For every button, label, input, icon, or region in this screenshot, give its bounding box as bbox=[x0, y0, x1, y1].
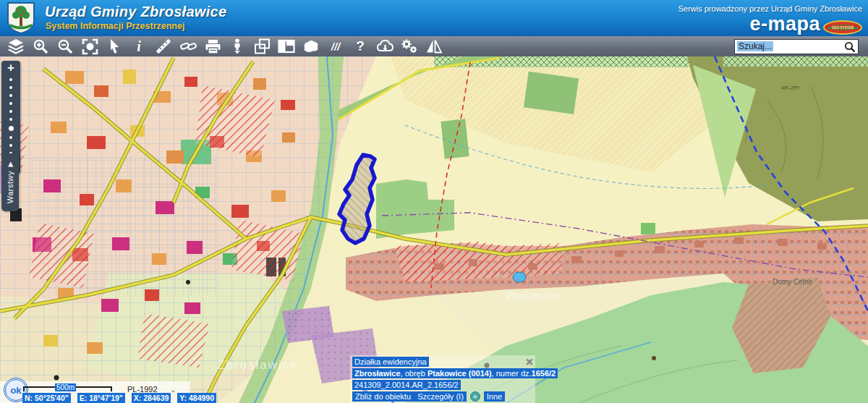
toolbar-button-settings[interactable] bbox=[397, 37, 422, 56]
pointer-icon bbox=[107, 38, 122, 54]
copy-frames-icon bbox=[254, 38, 271, 54]
toolbar-button-compare[interactable] bbox=[422, 37, 446, 56]
cloud-download-icon bbox=[376, 39, 394, 54]
link-icon bbox=[180, 39, 197, 54]
toolbar-button-zoom-out[interactable] bbox=[53, 37, 77, 56]
toolbar-button-layers[interactable] bbox=[4, 37, 28, 56]
plus-circle-icon[interactable]: + bbox=[470, 391, 480, 402]
compare-icon bbox=[425, 39, 443, 54]
page-title: Urząd Gminy Zbrosławice bbox=[45, 4, 226, 20]
zoom-in-icon bbox=[33, 38, 49, 55]
map-label-domy-celne: Domy Celne bbox=[773, 278, 812, 286]
details-link[interactable]: Szczegóły (I) bbox=[417, 392, 464, 401]
parcel-description: Zbrosławice, obręb Ptakowice (0014), num… bbox=[352, 368, 558, 378]
toolbar-button-help[interactable]: ? bbox=[348, 37, 373, 56]
info-icon: i bbox=[137, 38, 141, 55]
search-icon[interactable] bbox=[844, 41, 856, 53]
coord-x: X: 284639 bbox=[132, 393, 171, 403]
full-extent-icon bbox=[82, 38, 98, 55]
toolbar-button-zoom-in[interactable] bbox=[28, 37, 53, 56]
zoom-level-dot[interactable] bbox=[9, 144, 12, 147]
municipality-crest bbox=[7, 2, 35, 34]
zoom-level-dot[interactable] bbox=[9, 136, 12, 139]
page-subtitle: System Informacji Przestrzennej bbox=[46, 21, 184, 31]
chevron-expand-icon: ▶ bbox=[7, 162, 14, 167]
hatch-icon: /// bbox=[331, 41, 341, 53]
zoom-level-dot[interactable] bbox=[9, 102, 12, 105]
map-label-zone-code: 4R-ZPI bbox=[781, 85, 799, 91]
toolbar-button-copy-frames[interactable] bbox=[250, 37, 274, 56]
street-view-icon bbox=[231, 38, 243, 54]
popup-title: Działka ewidencyjna bbox=[352, 357, 429, 367]
coord-e: E: 18°47'19" bbox=[77, 393, 125, 403]
parcel-id: 241309_2.0014.AR_2.1656/2 bbox=[352, 380, 461, 390]
zoom-level-dots bbox=[9, 78, 14, 155]
zoom-level-dot[interactable] bbox=[9, 78, 12, 81]
zoom-level-dot[interactable] bbox=[9, 86, 12, 89]
scale-label: 500m bbox=[55, 383, 76, 391]
print-icon bbox=[205, 39, 221, 54]
ok-logo-text: ok bbox=[10, 385, 21, 396]
toolbar-button-print[interactable] bbox=[200, 37, 225, 56]
settings-icon bbox=[401, 38, 418, 54]
zoom-level-dot-current[interactable] bbox=[9, 126, 14, 131]
zoom-level-dot[interactable] bbox=[9, 94, 12, 97]
search-input[interactable]: Szukaj... bbox=[734, 39, 859, 54]
header-bar: Urząd Gminy Zbrosławice System Informacj… bbox=[0, 0, 868, 36]
geosystem-badge: GEO-SYSTEM bbox=[823, 20, 862, 35]
toolbar-button-polygon-note[interactable] bbox=[299, 37, 323, 56]
zoom-level-dot[interactable] bbox=[9, 110, 12, 113]
toolbar-button-layout-panels[interactable] bbox=[274, 37, 299, 56]
close-icon[interactable]: ✕ bbox=[525, 357, 533, 368]
toolbar-button-pointer[interactable] bbox=[102, 37, 127, 56]
toolbar-button-link[interactable] bbox=[176, 37, 200, 56]
coord-y: Y: 484990 bbox=[177, 393, 216, 403]
toolbar-button-measure[interactable] bbox=[151, 37, 176, 56]
layout-panels-icon bbox=[278, 39, 295, 54]
coordinate-readout: N: 50°25'40" E: 18°47'19" X: 284639 Y: 4… bbox=[22, 393, 216, 403]
layers-tab-label: Warstwy bbox=[6, 171, 14, 203]
app-window: Urząd Gminy Zbrosławice System Informacj… bbox=[0, 0, 868, 403]
polygon-note-icon bbox=[302, 39, 320, 54]
help-icon: ? bbox=[356, 38, 365, 54]
service-note: Serwis prowadzony przez Urząd Gminy Zbro… bbox=[678, 4, 862, 13]
zoom-to-object-link[interactable]: Zbliż do obiektu Szczegóły (I) bbox=[352, 391, 467, 402]
map-canvas[interactable]: Ptakowice Zbrosławice Domy Celne 4R-ZPI bbox=[0, 56, 868, 403]
other-link[interactable]: Inne bbox=[484, 391, 505, 402]
toolbar-button-cloud-download[interactable] bbox=[373, 37, 397, 56]
toolbar-button-info[interactable]: i bbox=[127, 37, 151, 56]
measure-icon bbox=[156, 38, 171, 54]
coord-n: N: 50°25'40" bbox=[22, 393, 71, 403]
search-value: Szukaj... bbox=[737, 41, 773, 51]
toolbar-button-street-view[interactable] bbox=[225, 37, 250, 56]
toolbar-button-full-extent[interactable] bbox=[77, 37, 102, 56]
map-label-zbroslawice: Zbrosławice bbox=[217, 358, 299, 372]
map-label-ptakowice: Ptakowice bbox=[506, 290, 559, 302]
layers-icon bbox=[7, 38, 25, 54]
zoom-level-dot[interactable] bbox=[9, 118, 12, 121]
zoom-in-button[interactable]: + bbox=[7, 62, 14, 74]
toolbar: i bbox=[0, 36, 868, 56]
toolbar-button-hatch[interactable]: /// bbox=[323, 37, 348, 56]
layers-panel-tab[interactable]: ▶ Warstwy bbox=[1, 153, 19, 211]
emapa-logo[interactable]: e-mapa bbox=[749, 13, 820, 35]
parcel-info-popup: ✕ Działka ewidencyjna Zbrosławice, obręb… bbox=[350, 355, 535, 403]
zoom-out-icon bbox=[57, 38, 74, 55]
